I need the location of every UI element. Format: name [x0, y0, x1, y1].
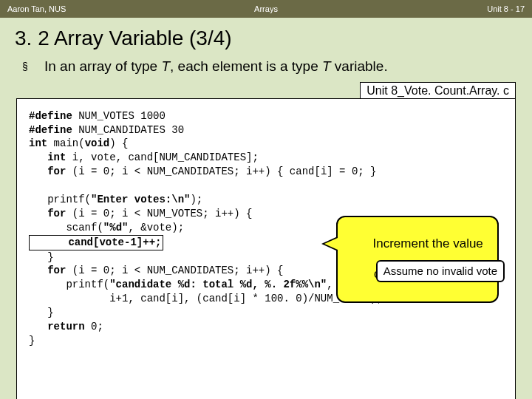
code-area: Unit 8_Vote. Count.Array. c #define NUM_…: [16, 98, 516, 399]
source-file-label: Unit 8_Vote. Count.Array. c: [360, 82, 516, 100]
header-author: Aaron Tan, NUS: [7, 4, 66, 13]
callout-increment: Increment the value of an array element: [336, 216, 499, 303]
slide-header: Aaron Tan, NUS Arrays Unit 8 - 17: [0, 0, 532, 18]
bullet-item: § In an array of type T, each element is…: [0, 58, 532, 82]
slide-title: 3. 2 Array Variable (3/4): [0, 18, 532, 58]
code-listing: #define NUM_VOTES 1000 #define NUM_CANDI…: [16, 98, 516, 399]
bullet-text: In an array of type T, each element is a…: [44, 58, 510, 76]
header-topic: Arrays: [254, 4, 278, 13]
header-unit: Unit 8 - 17: [487, 4, 525, 13]
bullet-marker: §: [22, 58, 44, 72]
callout-assume: Assume no invalid vote: [376, 260, 505, 282]
